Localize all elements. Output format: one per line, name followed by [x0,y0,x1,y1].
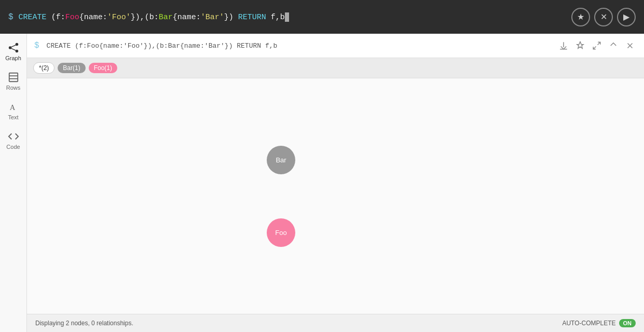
status-bar: Displaying 2 nodes, 0 relationships. AUT… [27,314,644,332]
sidebar-item-text[interactable]: A Text [0,97,26,125]
dollar-sign-top: $ [8,12,13,22]
main-panel: Graph Rows A Text Code $ [0,34,644,332]
content-area: $ CREATE (f:Foo{name:'Foo'}),(b:Bar{name… [27,34,644,332]
top-query-text[interactable]: CREATE (f:Foo{name:'Foo'}),(b:Bar{name:'… [19,12,571,22]
node-foo[interactable]: Foo [267,218,295,247]
top-action-buttons: ★ ✕ ▶ [571,8,636,26]
svg-rect-5 [9,73,18,82]
node-foo-label: Foo [275,229,286,237]
svg-line-4 [11,48,15,50]
svg-line-10 [598,42,600,45]
pin-icon [576,41,585,50]
sidebar-item-rows-label: Rows [6,85,21,91]
dollar-sign-result: $ [34,41,39,50]
svg-point-0 [8,46,11,49]
tabs-row: *(2) Bar(1) Foo(1) [27,58,644,78]
svg-point-2 [15,50,18,53]
autocomplete-state[interactable]: ON [619,319,636,327]
favorite-button[interactable]: ★ [571,8,590,26]
tab-foo[interactable]: Foo(1) [89,63,117,73]
download-icon [559,41,568,50]
result-query-text: CREATE (f:Foo{name:'Foo'}),(b:Bar{name:'… [47,42,553,50]
sidebar-item-rows[interactable]: Rows [0,67,26,95]
svg-line-3 [11,45,15,47]
sidebar-item-graph-label: Graph [5,55,21,61]
code-icon [8,131,19,142]
graph-icon [8,42,19,53]
tab-bar[interactable]: Bar(1) [58,63,85,73]
sidebar-item-code-label: Code [6,144,20,150]
autocomplete-label: AUTO-COMPLETE [562,320,615,327]
svg-line-11 [593,47,596,49]
sidebar-item-text-label: Text [8,114,18,120]
collapse-icon [609,41,618,50]
svg-text:A: A [9,103,15,112]
header-actions [557,39,637,52]
close-result-button[interactable] [623,39,637,52]
expand-button[interactable] [590,39,604,52]
status-message: Displaying 2 nodes, 0 relationships. [35,320,133,327]
text-icon: A [8,101,19,113]
text-cursor [285,12,289,22]
keyword-create: CREATE [19,12,47,21]
svg-point-1 [15,43,18,46]
top-query-bar: $ CREATE (f:Foo{name:'Foo'}),(b:Bar{name… [0,0,644,34]
tab-all[interactable]: *(2) [33,62,54,74]
autocomplete-toggle[interactable]: AUTO-COMPLETE ON [562,319,636,327]
run-button[interactable]: ▶ [617,8,636,26]
sidebar: Graph Rows A Text Code [0,34,27,332]
close-button[interactable]: ✕ [594,8,613,26]
node-bar[interactable]: Bar [267,146,295,174]
close-result-icon [625,41,635,50]
expand-icon [592,41,601,50]
collapse-button[interactable] [607,39,620,52]
result-header: $ CREATE (f:Foo{name:'Foo'}),(b:Bar{name… [27,34,644,58]
sidebar-item-code[interactable]: Code [0,127,26,154]
graph-canvas[interactable]: Bar Foo [27,78,644,314]
rows-icon [8,72,19,83]
pin-button[interactable] [573,39,587,52]
node-bar-label: Bar [276,156,286,164]
download-button[interactable] [557,39,570,52]
sidebar-item-graph[interactable]: Graph [0,38,26,65]
